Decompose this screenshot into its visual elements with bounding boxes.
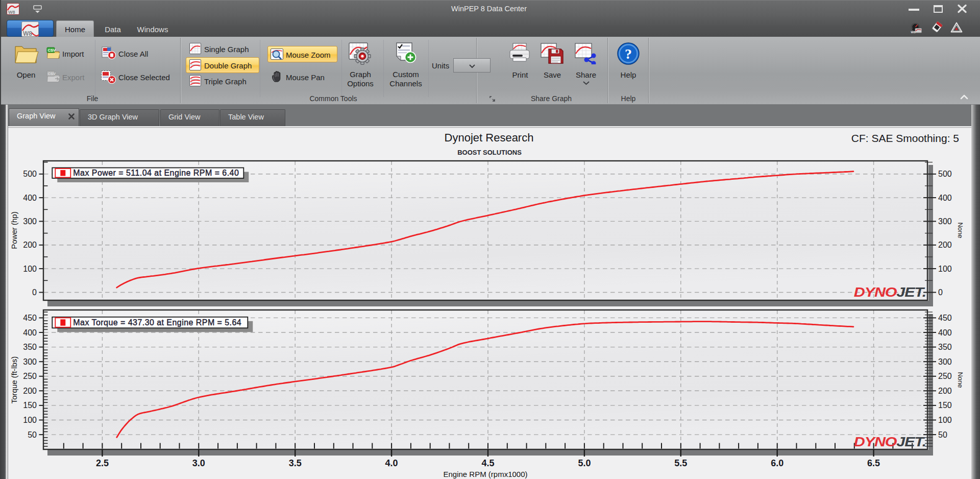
svg-text:CF: SAE Smoothing: 5: CF: SAE Smoothing: 5 <box>851 132 959 144</box>
svg-text:Power (hp): Power (hp) <box>10 211 18 249</box>
svg-text:250: 250 <box>938 372 952 380</box>
svg-text:0: 0 <box>938 288 943 297</box>
svg-text:None: None <box>957 222 964 238</box>
svg-text:50: 50 <box>28 430 37 439</box>
svg-text:300: 300 <box>938 217 952 226</box>
svg-text:300: 300 <box>23 357 37 366</box>
svg-text:100: 100 <box>938 265 952 273</box>
svg-text:400: 400 <box>23 328 37 337</box>
svg-text:4.5: 4.5 <box>481 458 494 468</box>
svg-text:CSV: CSV <box>48 71 56 76</box>
svg-text:350: 350 <box>938 343 952 351</box>
svg-text:400: 400 <box>23 194 37 202</box>
svg-text:100: 100 <box>23 265 37 273</box>
svg-text:350: 350 <box>23 343 37 351</box>
svg-text:Dynojet Research: Dynojet Research <box>445 131 534 144</box>
svg-text:6.5: 6.5 <box>867 458 880 468</box>
svg-text:5.5: 5.5 <box>674 458 687 468</box>
svg-text:400: 400 <box>938 328 952 337</box>
svg-text:DYNOJET.: DYNOJET. <box>854 434 926 449</box>
svg-text:450: 450 <box>23 314 37 322</box>
svg-text:Max Power = 511.04 at Engine R: Max Power = 511.04 at Engine RPM = 6.40 <box>73 169 239 177</box>
svg-text:W8: W8 <box>8 10 15 15</box>
svg-text:250: 250 <box>23 372 37 380</box>
svg-text:50: 50 <box>938 430 947 439</box>
svg-text:W8: W8 <box>23 30 32 37</box>
svg-text:W8: W8 <box>911 31 916 34</box>
svg-text:2.5: 2.5 <box>96 458 109 468</box>
svg-text:100: 100 <box>938 416 952 424</box>
svg-text:150: 150 <box>23 401 37 410</box>
svg-text:3.5: 3.5 <box>289 458 302 468</box>
svg-text:?: ? <box>625 46 632 62</box>
svg-text:DYNOJET.: DYNOJET. <box>854 284 926 299</box>
svg-text:500: 500 <box>23 170 37 178</box>
svg-text:500: 500 <box>938 170 952 178</box>
svg-text:CSV: CSV <box>48 48 56 53</box>
svg-text:100: 100 <box>23 416 37 424</box>
svg-text:150: 150 <box>938 401 952 410</box>
svg-text:300: 300 <box>938 357 952 366</box>
svg-text:200: 200 <box>23 241 37 249</box>
svg-text:300: 300 <box>23 217 37 226</box>
svg-text:200: 200 <box>938 387 952 395</box>
svg-text:Engine RPM (rpmx1000): Engine RPM (rpmx1000) <box>443 470 527 478</box>
svg-text:5.0: 5.0 <box>578 458 591 468</box>
svg-text:200: 200 <box>938 241 952 249</box>
svg-text:0: 0 <box>32 288 37 297</box>
svg-text:6.0: 6.0 <box>771 458 783 468</box>
svg-text:4.0: 4.0 <box>385 458 398 468</box>
svg-text:200: 200 <box>23 387 37 395</box>
svg-text:450: 450 <box>938 314 952 322</box>
svg-text:400: 400 <box>938 194 952 202</box>
svg-text:3.0: 3.0 <box>192 458 205 468</box>
svg-text:None: None <box>957 372 964 388</box>
svg-text:Max Torque = 437.30 at Engine: Max Torque = 437.30 at Engine RPM = 5.64 <box>73 318 241 327</box>
svg-text:Torque (ft-lbs): Torque (ft-lbs) <box>10 356 18 404</box>
svg-text:BOOST SOLUTIONS: BOOST SOLUTIONS <box>457 149 522 156</box>
